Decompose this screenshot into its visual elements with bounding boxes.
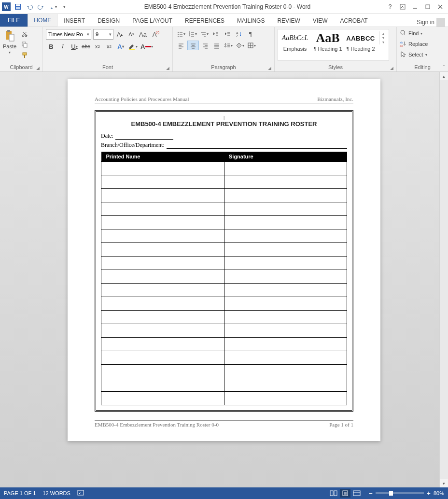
table-row (101, 243, 347, 257)
zoom-percent[interactable]: 80% (434, 490, 444, 496)
find-button[interactable]: Find ▾ (400, 29, 428, 38)
underline-button[interactable]: U▾ (69, 42, 80, 51)
highlight-icon[interactable]: ▾ (127, 42, 139, 51)
svg-point-18 (178, 32, 179, 33)
line-spacing-icon[interactable]: ▾ (223, 41, 234, 50)
tab-page-layout[interactable]: PAGE LAYOUT (126, 14, 179, 27)
scroll-down-icon[interactable]: ▾ (440, 479, 448, 487)
font-name-combo[interactable]: ▾ (46, 29, 91, 40)
touch-mode-icon[interactable]: ▾ (48, 2, 57, 11)
zoom-in-button[interactable]: + (427, 489, 431, 497)
sign-in[interactable]: Sign in (414, 18, 448, 27)
decrease-indent-icon[interactable] (210, 29, 221, 39)
style-heading-2[interactable]: AABBCC ¶ Heading 2 (346, 31, 376, 52)
file-tab[interactable]: FILE (0, 14, 28, 27)
align-left-icon[interactable] (176, 41, 186, 50)
close-icon[interactable] (436, 3, 444, 11)
tab-acrobat[interactable]: ACROBAT (334, 14, 374, 27)
tab-references[interactable]: REFERENCES (179, 14, 231, 27)
font-size-combo[interactable]: ▾ (93, 29, 113, 40)
cut-icon[interactable] (19, 29, 30, 39)
proofing-icon[interactable] (77, 489, 85, 497)
read-mode-icon[interactable] (328, 489, 339, 498)
tab-design[interactable]: DESIGN (91, 14, 126, 27)
borders-icon[interactable]: ▾ (246, 41, 257, 50)
grow-font-button[interactable]: A▴ (114, 29, 125, 39)
font-color-button[interactable]: A▾ (140, 42, 154, 51)
numbering-icon[interactable]: 123▾ (187, 29, 198, 39)
paste-button[interactable]: Paste ▾ (3, 29, 16, 55)
paste-icon (3, 29, 16, 43)
subscript-button[interactable]: x2 (92, 42, 103, 51)
style-emphasis[interactable]: AaBbCcL Emphasis (280, 31, 310, 52)
vertical-scrollbar[interactable]: ▴ ▾ (439, 72, 448, 487)
word-count[interactable]: 12 WORDS (42, 490, 70, 496)
text-effects-button[interactable]: A▾ (115, 42, 126, 51)
format-painter-icon[interactable] (19, 50, 30, 60)
align-right-icon[interactable] (200, 41, 210, 50)
shading-icon[interactable]: ▾ (235, 41, 245, 50)
dialog-launcher-icon[interactable]: ◢ (268, 66, 271, 71)
more-icon[interactable]: ▾ (380, 40, 387, 44)
tab-mailings[interactable]: MAILINGS (231, 14, 271, 27)
bold-button[interactable]: B (46, 42, 56, 51)
clear-formatting-icon[interactable]: A∅ (149, 29, 160, 39)
tab-insert[interactable]: INSERT (57, 14, 91, 27)
page-indicator[interactable]: PAGE 1 OF 1 (4, 490, 36, 496)
save-icon[interactable] (14, 2, 22, 11)
replace-icon: abac (400, 40, 406, 48)
group-label-styles: Styles◢ (278, 63, 393, 71)
tab-view[interactable]: VIEW (307, 14, 334, 27)
chevron-down-icon[interactable]: ▾ (380, 36, 387, 40)
print-layout-icon[interactable] (340, 489, 350, 498)
help-icon[interactable]: ? (386, 3, 394, 11)
cell-signature (224, 162, 347, 175)
replace-button[interactable]: abac Replace (400, 40, 428, 48)
copy-icon[interactable] (19, 40, 30, 49)
dialog-launcher-icon[interactable]: ◢ (166, 66, 169, 71)
zoom-thumb[interactable] (389, 491, 393, 496)
chevron-down-icon[interactable]: ▾ (85, 32, 91, 37)
show-marks-button[interactable]: ¶ (245, 29, 256, 39)
scroll-track[interactable] (440, 80, 448, 479)
shrink-font-button[interactable]: A▾ (126, 29, 137, 39)
select-button[interactable]: Select ▾ (400, 50, 428, 59)
ribbon-display-options-icon[interactable] (399, 3, 406, 11)
multilevel-icon[interactable]: ▾ (199, 29, 210, 39)
justify-icon[interactable] (211, 41, 222, 50)
zoom-out-button[interactable]: − (369, 489, 373, 497)
italic-button[interactable]: I (57, 42, 68, 51)
styles-gallery[interactable]: AaBbCcL Emphasis AaB ¶ Heading 1 AABBCC … (278, 29, 389, 61)
tab-home[interactable]: HOME (28, 14, 57, 27)
font-size-input[interactable] (94, 30, 107, 39)
minimize-icon[interactable] (411, 3, 419, 11)
superscript-button[interactable]: x2 (104, 42, 114, 51)
zoom-slider[interactable] (376, 492, 424, 494)
font-name-input[interactable] (46, 30, 85, 39)
scroll-up-icon[interactable]: ▴ (440, 72, 448, 80)
customize-qat-icon[interactable]: ▾ (60, 2, 69, 11)
bullets-icon[interactable]: ▾ (176, 29, 186, 39)
page[interactable]: Accounting Policies and Procedures Manua… (68, 79, 380, 441)
document-area[interactable]: Accounting Policies and Procedures Manua… (0, 72, 448, 487)
dialog-launcher-icon[interactable]: ◢ (390, 66, 393, 71)
change-case-button[interactable]: Aa (138, 29, 148, 39)
redo-icon[interactable] (37, 2, 45, 11)
tab-review[interactable]: REVIEW (271, 14, 306, 27)
align-center-icon[interactable] (187, 41, 199, 50)
chevron-up-icon[interactable]: ▴ (380, 31, 387, 36)
dialog-launcher-icon[interactable]: ◢ (36, 66, 40, 71)
increase-indent-icon[interactable] (222, 29, 233, 39)
undo-icon[interactable] (25, 2, 34, 11)
strikethrough-button[interactable]: abc (81, 42, 91, 51)
sort-icon[interactable]: AZ (234, 29, 244, 39)
page-footer: EMB500-4 Embezzlement Prevention Trainin… (95, 420, 353, 428)
style-heading-1[interactable]: AaB ¶ Heading 1 (313, 31, 343, 52)
web-layout-icon[interactable] (351, 489, 362, 498)
gallery-scroll[interactable]: ▴ ▾ ▾ (379, 31, 387, 44)
table-row (101, 351, 347, 365)
cell-signature (224, 257, 347, 270)
chevron-down-icon[interactable]: ▾ (107, 32, 113, 37)
collapse-ribbon-icon[interactable]: ˄ (443, 64, 445, 70)
maximize-icon[interactable] (424, 3, 432, 11)
